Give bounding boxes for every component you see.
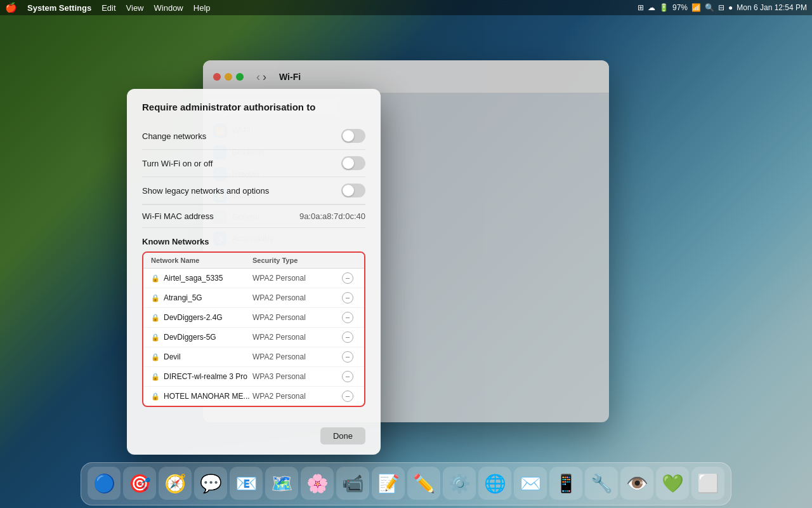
network-security-cell: WPA2 Personal bbox=[252, 274, 339, 283]
remove-network-button[interactable]: − bbox=[342, 331, 353, 343]
network-security-cell: WPA2 Personal bbox=[252, 293, 339, 302]
done-button[interactable]: Done bbox=[320, 427, 365, 444]
network-action-cell: − bbox=[339, 331, 357, 343]
network-row: 🔒 HOTEL MANOHAR ME... WPA2 Personal − bbox=[143, 387, 364, 406]
menubar: 🍎 System Settings Edit View Window Help … bbox=[0, 0, 812, 15]
menubar-left: 🍎 System Settings Edit View Window Help bbox=[5, 2, 211, 13]
dock-item-robinhoodie[interactable]: 💚 bbox=[656, 467, 689, 500]
dock-item-chrome[interactable]: 🌐 bbox=[478, 467, 511, 500]
dock-item-photos[interactable]: 🌸 bbox=[301, 467, 334, 500]
network-security-cell: WPA2 Personal bbox=[252, 313, 339, 322]
dock-item-trash[interactable]: ⬜ bbox=[691, 467, 724, 500]
network-action-cell: − bbox=[339, 272, 357, 284]
menu-help[interactable]: Help bbox=[193, 3, 211, 13]
network-name: DIRECT-wl-realme 3 Pro bbox=[164, 372, 247, 381]
legacy-networks-toggle[interactable] bbox=[341, 184, 365, 197]
control-center-icon[interactable]: ⊟ bbox=[718, 3, 724, 12]
network-row: 🔒 Devil WPA2 Personal − bbox=[143, 347, 364, 367]
network-security-cell: WPA2 Personal bbox=[252, 392, 339, 401]
lock-icon: 🔒 bbox=[151, 373, 160, 381]
network-action-cell: − bbox=[339, 292, 357, 304]
network-security-cell: WPA2 Personal bbox=[252, 352, 339, 361]
search-menubar-icon[interactable]: 🔍 bbox=[705, 3, 714, 12]
notification-icon: ● bbox=[728, 3, 733, 12]
lock-icon: 🔒 bbox=[151, 353, 160, 361]
desktop: 🍎 System Settings Edit View Window Help … bbox=[0, 0, 812, 508]
menu-view[interactable]: View bbox=[126, 3, 144, 13]
remove-network-button[interactable]: − bbox=[342, 351, 353, 363]
dock-item-appstore[interactable]: ✏️ bbox=[407, 467, 440, 500]
dock-item-maps[interactable]: 🗺️ bbox=[265, 467, 298, 500]
lock-icon: 🔒 bbox=[151, 392, 160, 401]
col-header-action bbox=[339, 257, 357, 264]
cloud-icon: ☁ bbox=[648, 3, 655, 12]
mac-address-value: 9a:0a:a8:7d:0c:40 bbox=[299, 211, 365, 221]
apple-menu[interactable]: 🍎 bbox=[5, 2, 17, 13]
dock-item-system-settings-dock[interactable]: ⚙️ bbox=[443, 467, 476, 500]
menubar-right: ⊞ ☁ 🔋 97% 📶 🔍 ⊟ ● Mon 6 Jan 12:54 PM bbox=[638, 3, 807, 12]
col-header-network: Network Name bbox=[151, 257, 252, 264]
dock-item-messages[interactable]: 💬 bbox=[194, 467, 227, 500]
network-name-cell: 🔒 Airtel_saga_5335 bbox=[151, 274, 252, 283]
menu-edit[interactable]: Edit bbox=[102, 3, 115, 13]
dock: 🔵🎯🧭💬📧🗺️🌸📹📝✏️⚙️🌐✉️📱🔧👁️💚⬜ bbox=[81, 462, 731, 505]
modal-title: Require administrator authorisation to bbox=[142, 102, 365, 112]
network-row: 🔒 Atrangi_5G WPA2 Personal − bbox=[143, 288, 364, 308]
dock-item-facetime[interactable]: 📹 bbox=[336, 467, 369, 500]
dock-item-finder[interactable]: 🔵 bbox=[88, 467, 121, 500]
network-name: DevDiggers-5G bbox=[164, 333, 216, 342]
network-row: 🔒 Airtel_saga_5335 WPA2 Personal − bbox=[143, 269, 364, 288]
network-row: 🔒 DIRECT-wl-realme 3 Pro WPA3 Personal − bbox=[143, 367, 364, 387]
network-name: Airtel_saga_5335 bbox=[164, 274, 223, 283]
remove-network-button[interactable]: − bbox=[342, 391, 353, 402]
lock-icon: 🔒 bbox=[151, 294, 160, 302]
legacy-networks-row: Show legacy networks and options bbox=[142, 177, 365, 204]
lock-icon: 🔒 bbox=[151, 274, 160, 283]
network-action-cell: − bbox=[339, 391, 357, 402]
network-action-cell: − bbox=[339, 371, 357, 382]
turn-wifi-label: Turn Wi-Fi on or off bbox=[142, 159, 213, 168]
known-networks-title: Known Networks bbox=[142, 237, 365, 246]
change-networks-toggle[interactable] bbox=[341, 129, 365, 143]
remove-network-button[interactable]: − bbox=[342, 272, 353, 284]
remove-network-button[interactable]: − bbox=[342, 312, 353, 323]
change-networks-label: Change networks bbox=[142, 131, 206, 141]
mac-address-label: Wi-Fi MAC address bbox=[142, 211, 214, 221]
network-rows-container: 🔒 Airtel_saga_5335 WPA2 Personal − 🔒 Atr… bbox=[143, 269, 364, 406]
dock-item-notes[interactable]: 📝 bbox=[372, 467, 405, 500]
mac-address-row: Wi-Fi MAC address 9a:0a:a8:7d:0c:40 bbox=[142, 204, 365, 228]
dock-item-mail2[interactable]: ✉️ bbox=[514, 467, 547, 500]
turn-wifi-toggle[interactable] bbox=[341, 156, 365, 170]
network-name: Devil bbox=[164, 352, 181, 361]
wifi-status-icon: 📶 bbox=[691, 3, 701, 12]
network-name-cell: 🔒 Atrangi_5G bbox=[151, 293, 252, 302]
menu-window[interactable]: Window bbox=[154, 3, 183, 13]
change-networks-row: Change networks bbox=[142, 123, 365, 150]
modal-body: Require administrator authorisation to C… bbox=[127, 89, 381, 420]
remove-network-button[interactable]: − bbox=[342, 371, 353, 382]
battery-icon: 🔋 bbox=[659, 3, 669, 12]
dock-item-xcode[interactable]: 🔧 bbox=[585, 467, 618, 500]
network-security-cell: WPA2 Personal bbox=[252, 333, 339, 342]
dock-item-preview[interactable]: 👁️ bbox=[620, 467, 653, 500]
dock-items: 🔵🎯🧭💬📧🗺️🌸📹📝✏️⚙️🌐✉️📱🔧👁️💚⬜ bbox=[88, 467, 724, 500]
network-name: HOTEL MANOHAR ME... bbox=[164, 392, 250, 401]
network-name-cell: 🔒 HOTEL MANOHAR ME... bbox=[151, 392, 252, 401]
screenshot-icon: ⊞ bbox=[638, 3, 644, 12]
dock-item-safari[interactable]: 🧭 bbox=[159, 467, 192, 500]
dock-item-launchpad[interactable]: 🎯 bbox=[123, 467, 156, 500]
turn-wifi-row: Turn Wi-Fi on or off bbox=[142, 150, 365, 177]
modal-dialog: Require administrator authorisation to C… bbox=[127, 89, 381, 455]
modal-overlay: Require administrator authorisation to C… bbox=[0, 0, 812, 508]
remove-network-button[interactable]: − bbox=[342, 292, 353, 304]
col-header-security: Security Type bbox=[252, 257, 339, 264]
network-name-cell: 🔒 Devil bbox=[151, 352, 252, 361]
dock-item-mail[interactable]: 📧 bbox=[230, 467, 263, 500]
app-name[interactable]: System Settings bbox=[27, 3, 91, 13]
modal-footer: Done bbox=[127, 420, 381, 455]
network-name-cell: 🔒 DevDiggers-5G bbox=[151, 333, 252, 342]
dock-item-iphone-mirror[interactable]: 📱 bbox=[549, 467, 582, 500]
network-row: 🔒 DevDiggers-5G WPA2 Personal − bbox=[143, 328, 364, 347]
network-row: 🔒 DevDiggers-2.4G WPA2 Personal − bbox=[143, 308, 364, 328]
datetime: Mon 6 Jan 12:54 PM bbox=[737, 3, 807, 12]
